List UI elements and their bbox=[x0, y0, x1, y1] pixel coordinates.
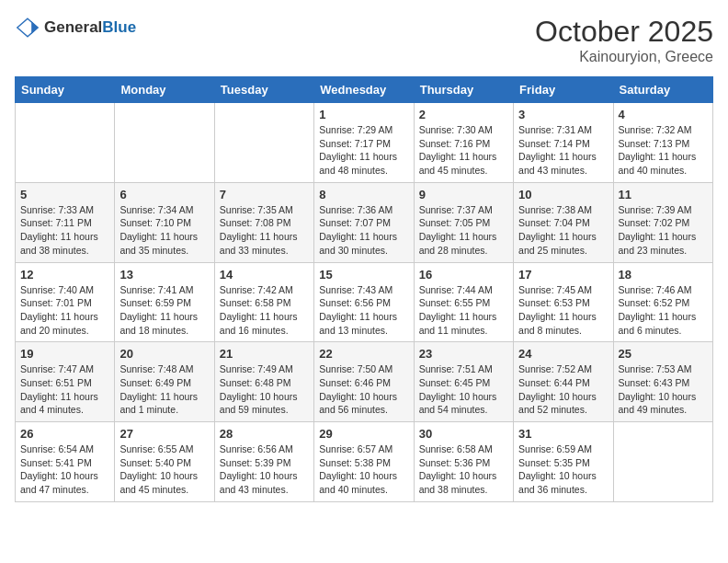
day-info: Sunrise: 7:30 AM Sunset: 7:16 PM Dayligh… bbox=[419, 123, 508, 178]
day-info: Sunrise: 7:42 AM Sunset: 6:58 PM Dayligh… bbox=[220, 283, 309, 338]
day-info: Sunrise: 6:54 AM Sunset: 5:41 PM Dayligh… bbox=[20, 442, 109, 497]
calendar-cell bbox=[214, 103, 313, 183]
day-number: 12 bbox=[20, 268, 109, 282]
calendar-cell: 14Sunrise: 7:42 AM Sunset: 6:58 PM Dayli… bbox=[214, 262, 313, 342]
week-row-3: 12Sunrise: 7:40 AM Sunset: 7:01 PM Dayli… bbox=[16, 262, 713, 342]
day-number: 1 bbox=[319, 108, 408, 121]
calendar-cell: 24Sunrise: 7:52 AM Sunset: 6:44 PM Dayli… bbox=[514, 342, 613, 422]
day-info: Sunrise: 7:29 AM Sunset: 7:17 PM Dayligh… bbox=[319, 123, 408, 178]
day-number: 28 bbox=[220, 427, 309, 441]
day-info: Sunrise: 7:49 AM Sunset: 6:48 PM Dayligh… bbox=[220, 362, 309, 417]
day-info: Sunrise: 7:38 AM Sunset: 7:04 PM Dayligh… bbox=[518, 203, 608, 258]
logo: GeneralBlue bbox=[15, 15, 136, 40]
day-info: Sunrise: 7:33 AM Sunset: 7:11 PM Dayligh… bbox=[20, 203, 109, 258]
weekday-header-wednesday: Wednesday bbox=[314, 77, 414, 103]
day-number: 17 bbox=[518, 268, 608, 282]
day-number: 13 bbox=[119, 268, 209, 282]
day-info: Sunrise: 7:41 AM Sunset: 6:59 PM Dayligh… bbox=[119, 283, 209, 338]
day-number: 18 bbox=[619, 268, 708, 282]
day-info: Sunrise: 6:55 AM Sunset: 5:40 PM Dayligh… bbox=[119, 442, 209, 497]
month-title: October 2025 bbox=[535, 15, 713, 49]
day-info: Sunrise: 7:45 AM Sunset: 6:53 PM Dayligh… bbox=[518, 283, 608, 338]
day-number: 14 bbox=[220, 268, 309, 282]
day-number: 29 bbox=[319, 427, 408, 441]
day-number: 26 bbox=[20, 427, 109, 441]
day-number: 24 bbox=[518, 347, 608, 361]
calendar-cell: 6Sunrise: 7:34 AM Sunset: 7:10 PM Daylig… bbox=[115, 182, 214, 262]
weekday-header-thursday: Thursday bbox=[414, 77, 513, 103]
calendar-cell: 2Sunrise: 7:30 AM Sunset: 7:16 PM Daylig… bbox=[414, 103, 513, 183]
day-info: Sunrise: 7:50 AM Sunset: 6:46 PM Dayligh… bbox=[319, 362, 408, 417]
calendar-cell: 23Sunrise: 7:51 AM Sunset: 6:45 PM Dayli… bbox=[414, 342, 513, 422]
calendar-cell: 20Sunrise: 7:48 AM Sunset: 6:49 PM Dayli… bbox=[115, 342, 214, 422]
logo-blue: Blue bbox=[102, 18, 136, 36]
calendar-cell: 25Sunrise: 7:53 AM Sunset: 6:43 PM Dayli… bbox=[613, 342, 712, 422]
day-number: 19 bbox=[20, 347, 109, 361]
day-number: 9 bbox=[419, 188, 508, 201]
calendar-cell: 3Sunrise: 7:31 AM Sunset: 7:14 PM Daylig… bbox=[514, 103, 613, 183]
week-row-4: 19Sunrise: 7:47 AM Sunset: 6:51 PM Dayli… bbox=[16, 342, 713, 422]
day-info: Sunrise: 6:59 AM Sunset: 5:35 PM Dayligh… bbox=[518, 442, 608, 497]
weekday-header-sunday: Sunday bbox=[16, 77, 115, 103]
day-info: Sunrise: 6:58 AM Sunset: 5:36 PM Dayligh… bbox=[419, 442, 508, 497]
day-info: Sunrise: 7:46 AM Sunset: 6:52 PM Dayligh… bbox=[619, 283, 708, 338]
day-info: Sunrise: 6:57 AM Sunset: 5:38 PM Dayligh… bbox=[319, 442, 408, 497]
day-number: 11 bbox=[619, 188, 708, 201]
day-info: Sunrise: 7:35 AM Sunset: 7:08 PM Dayligh… bbox=[220, 203, 309, 258]
day-number: 7 bbox=[220, 188, 309, 201]
logo-general: General bbox=[44, 18, 102, 36]
day-number: 4 bbox=[619, 108, 708, 121]
page-header: GeneralBlue October 2025 Kainouryion, Gr… bbox=[15, 15, 713, 65]
calendar-cell: 4Sunrise: 7:32 AM Sunset: 7:13 PM Daylig… bbox=[613, 103, 712, 183]
day-number: 22 bbox=[319, 347, 408, 361]
calendar-cell: 11Sunrise: 7:39 AM Sunset: 7:02 PM Dayli… bbox=[613, 182, 712, 262]
day-number: 5 bbox=[20, 188, 109, 201]
day-info: Sunrise: 7:31 AM Sunset: 7:14 PM Dayligh… bbox=[518, 123, 608, 178]
calendar-cell: 7Sunrise: 7:35 AM Sunset: 7:08 PM Daylig… bbox=[214, 182, 313, 262]
calendar-cell: 9Sunrise: 7:37 AM Sunset: 7:05 PM Daylig… bbox=[414, 182, 513, 262]
day-number: 20 bbox=[119, 347, 209, 361]
calendar-cell: 1Sunrise: 7:29 AM Sunset: 7:17 PM Daylig… bbox=[314, 103, 414, 183]
calendar-cell bbox=[613, 422, 712, 502]
day-number: 25 bbox=[619, 347, 708, 361]
day-number: 6 bbox=[119, 188, 209, 201]
calendar-cell: 13Sunrise: 7:41 AM Sunset: 6:59 PM Dayli… bbox=[115, 262, 214, 342]
day-info: Sunrise: 7:32 AM Sunset: 7:13 PM Dayligh… bbox=[619, 123, 708, 178]
week-row-1: 1Sunrise: 7:29 AM Sunset: 7:17 PM Daylig… bbox=[16, 103, 713, 183]
day-number: 8 bbox=[319, 188, 408, 201]
day-number: 3 bbox=[518, 108, 608, 121]
calendar-cell: 19Sunrise: 7:47 AM Sunset: 6:51 PM Dayli… bbox=[16, 342, 115, 422]
day-number: 23 bbox=[419, 347, 508, 361]
day-number: 16 bbox=[419, 268, 508, 282]
calendar-cell: 30Sunrise: 6:58 AM Sunset: 5:36 PM Dayli… bbox=[414, 422, 513, 502]
calendar-cell: 27Sunrise: 6:55 AM Sunset: 5:40 PM Dayli… bbox=[115, 422, 214, 502]
day-info: Sunrise: 7:36 AM Sunset: 7:07 PM Dayligh… bbox=[319, 203, 408, 258]
calendar-cell: 18Sunrise: 7:46 AM Sunset: 6:52 PM Dayli… bbox=[613, 262, 712, 342]
calendar-cell: 15Sunrise: 7:43 AM Sunset: 6:56 PM Dayli… bbox=[314, 262, 414, 342]
day-info: Sunrise: 7:34 AM Sunset: 7:10 PM Dayligh… bbox=[119, 203, 209, 258]
day-number: 2 bbox=[419, 108, 508, 121]
day-number: 31 bbox=[518, 427, 608, 441]
weekday-header-tuesday: Tuesday bbox=[214, 77, 313, 103]
calendar-cell: 8Sunrise: 7:36 AM Sunset: 7:07 PM Daylig… bbox=[314, 182, 414, 262]
calendar-cell: 29Sunrise: 6:57 AM Sunset: 5:38 PM Dayli… bbox=[314, 422, 414, 502]
weekday-header-row: SundayMondayTuesdayWednesdayThursdayFrid… bbox=[16, 77, 713, 103]
day-number: 15 bbox=[319, 268, 408, 282]
calendar-cell bbox=[115, 103, 214, 183]
day-info: Sunrise: 7:43 AM Sunset: 6:56 PM Dayligh… bbox=[319, 283, 408, 338]
title-block: October 2025 Kainouryion, Greece bbox=[535, 15, 713, 65]
calendar-cell: 26Sunrise: 6:54 AM Sunset: 5:41 PM Dayli… bbox=[16, 422, 115, 502]
day-info: Sunrise: 7:47 AM Sunset: 6:51 PM Dayligh… bbox=[20, 362, 109, 417]
weekday-header-friday: Friday bbox=[514, 77, 613, 103]
calendar-cell: 5Sunrise: 7:33 AM Sunset: 7:11 PM Daylig… bbox=[16, 182, 115, 262]
calendar-cell bbox=[16, 103, 115, 183]
calendar-cell: 16Sunrise: 7:44 AM Sunset: 6:55 PM Dayli… bbox=[414, 262, 513, 342]
day-info: Sunrise: 7:52 AM Sunset: 6:44 PM Dayligh… bbox=[518, 362, 608, 417]
day-info: Sunrise: 7:37 AM Sunset: 7:05 PM Dayligh… bbox=[419, 203, 508, 258]
day-info: Sunrise: 7:44 AM Sunset: 6:55 PM Dayligh… bbox=[419, 283, 508, 338]
calendar-table: SundayMondayTuesdayWednesdayThursdayFrid… bbox=[15, 76, 713, 502]
week-row-2: 5Sunrise: 7:33 AM Sunset: 7:11 PM Daylig… bbox=[16, 182, 713, 262]
calendar-cell: 22Sunrise: 7:50 AM Sunset: 6:46 PM Dayli… bbox=[314, 342, 414, 422]
day-number: 10 bbox=[518, 188, 608, 201]
day-info: Sunrise: 6:56 AM Sunset: 5:39 PM Dayligh… bbox=[220, 442, 309, 497]
